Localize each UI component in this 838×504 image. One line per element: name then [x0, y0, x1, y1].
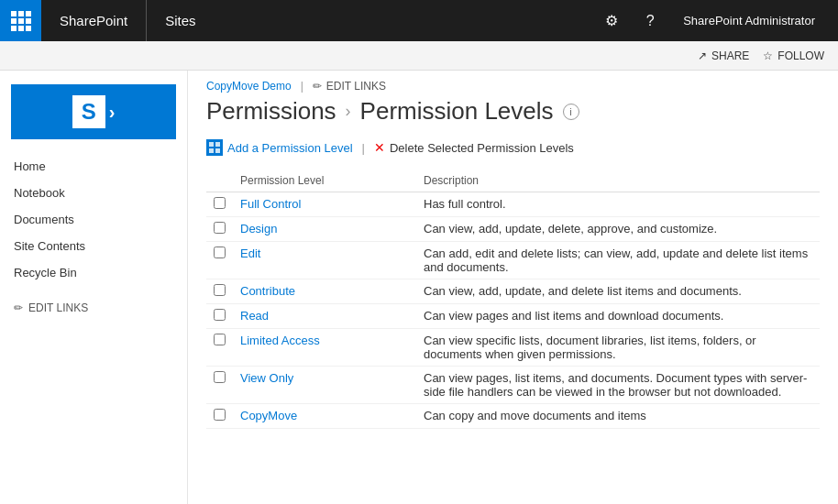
add-permission-label: Add a Permission Level: [227, 141, 353, 155]
main-content: CopyMove Demo | ✏ EDIT LINKS Permissions…: [188, 71, 838, 504]
content-edit-links[interactable]: ✏ EDIT LINKS: [313, 80, 386, 93]
waffle-icon: [11, 11, 31, 31]
permission-level-link[interactable]: Edit: [240, 247, 260, 260]
permissions-toolbar: Add a Permission Level | ✕ Delete Select…: [206, 139, 820, 156]
sidebar-item-documents[interactable]: Documents: [0, 206, 187, 233]
help-icon[interactable]: ?: [635, 6, 665, 36]
row-checkbox-7[interactable]: [214, 409, 226, 421]
permission-level-link[interactable]: CopyMove: [240, 409, 297, 422]
description-header: Description: [416, 170, 820, 192]
sidebar-item-site-contents[interactable]: Site Contents: [0, 233, 187, 259]
sharepoint-logo: S ›: [72, 95, 116, 128]
permission-description: Can view specific lists, document librar…: [416, 329, 820, 367]
svg-rect-1: [215, 142, 220, 147]
permission-level-link[interactable]: Design: [240, 222, 277, 236]
table-row: Limited AccessCan view specific lists, d…: [206, 329, 820, 367]
share-icon: ↗: [698, 49, 707, 62]
permission-description: Can view, add, update, and delete list i…: [416, 279, 820, 304]
permission-level-link[interactable]: Full Control: [240, 197, 301, 211]
table-header: Permission Level Description: [206, 170, 820, 192]
sidebar-edit-links[interactable]: ✏ EDIT LINKS: [0, 295, 187, 321]
table-row: View OnlyCan view pages, list items, and…: [206, 367, 820, 404]
table-row: ReadCan view pages and list items and do…: [206, 304, 820, 329]
permissions-table: Permission Level Description Full Contro…: [206, 170, 820, 429]
settings-icon[interactable]: ⚙: [597, 6, 626, 36]
user-menu[interactable]: SharePoint Administrator: [674, 14, 824, 27]
info-icon[interactable]: i: [563, 104, 579, 120]
permission-level-link[interactable]: Limited Access: [240, 334, 320, 347]
follow-button[interactable]: ☆ FOLLOW: [763, 49, 824, 62]
main-layout: S › HomeNotebookDocumentsSite ContentsRe…: [0, 71, 838, 504]
share-button[interactable]: ↗ SHARE: [698, 49, 749, 62]
svg-rect-0: [209, 142, 214, 147]
toolbar-separator: |: [362, 141, 365, 155]
edit-links-label: EDIT LINKS: [28, 301, 88, 314]
row-checkbox-3[interactable]: [214, 284, 226, 296]
sidebar-item-home[interactable]: Home: [0, 153, 187, 180]
table-row: DesignCan view, add, update, delete, app…: [206, 217, 820, 242]
breadcrumb: CopyMove Demo | ✏ EDIT LINKS: [206, 71, 820, 97]
share-label: SHARE: [711, 49, 749, 62]
star-icon: ☆: [763, 49, 773, 62]
permission-description: Can add, edit and delete lists; can view…: [416, 242, 820, 279]
permission-description: Can copy and move documents and items: [416, 404, 820, 429]
table-row: EditCan add, edit and delete lists; can …: [206, 242, 820, 279]
permission-description: Can view pages, list items, and document…: [416, 367, 820, 404]
checkbox-header: [206, 170, 233, 192]
permission-description: Can view pages and list items and downlo…: [416, 304, 820, 329]
delete-icon: ✕: [374, 140, 385, 155]
add-permission-level-button[interactable]: Add a Permission Level: [206, 139, 353, 156]
svg-rect-3: [215, 148, 220, 153]
row-checkbox-4[interactable]: [214, 309, 226, 321]
logo-letter: S: [72, 95, 105, 128]
title-permission-levels: Permission Levels: [360, 97, 554, 126]
top-nav-right: ⚙ ? SharePoint Administrator: [597, 6, 838, 36]
delete-permission-label: Delete Selected Permission Levels: [390, 141, 574, 155]
permission-level-link[interactable]: Read: [240, 309, 269, 323]
pencil-icon-2: ✏: [313, 80, 322, 93]
page-title: Permissions › Permission Levels i: [206, 97, 820, 126]
row-checkbox-5[interactable]: [214, 334, 226, 345]
table-row: CopyMoveCan copy and move documents and …: [206, 404, 820, 429]
app-title: SharePoint: [41, 0, 147, 41]
breadcrumb-separator: |: [301, 80, 303, 93]
permission-description: Has full control.: [416, 192, 820, 217]
sidebar-item-notebook[interactable]: Notebook: [0, 180, 187, 206]
sidebar-navigation: HomeNotebookDocumentsSite ContentsRecycl…: [0, 153, 187, 286]
site-logo: S ›: [11, 84, 176, 139]
sites-link[interactable]: Sites: [147, 0, 597, 41]
sub-navigation: ↗ SHARE ☆ FOLLOW: [0, 41, 838, 71]
title-permissions: Permissions: [206, 97, 336, 126]
logo-arrow: ›: [109, 102, 116, 123]
row-checkbox-0[interactable]: [214, 197, 226, 209]
permission-description: Can view, add, update, delete, approve, …: [416, 217, 820, 242]
top-navigation: SharePoint Sites ⚙ ? SharePoint Administ…: [0, 0, 838, 41]
table-icon: [209, 142, 220, 153]
permission-level-link[interactable]: View Only: [240, 371, 293, 385]
row-checkbox-2[interactable]: [214, 247, 226, 258]
sidebar-item-recycle-bin[interactable]: Recycle Bin: [0, 259, 187, 286]
follow-label: FOLLOW: [777, 49, 824, 62]
delete-permission-levels-button[interactable]: ✕ Delete Selected Permission Levels: [374, 140, 574, 155]
waffle-menu[interactable]: [0, 0, 41, 41]
table-row: Full ControlHas full control.: [206, 192, 820, 217]
permission-level-link[interactable]: Contribute: [240, 284, 295, 298]
permission-level-header: Permission Level: [233, 170, 416, 192]
edit-links-label-2: EDIT LINKS: [326, 80, 386, 93]
sidebar: S › HomeNotebookDocumentsSite ContentsRe…: [0, 71, 188, 504]
pencil-icon: ✏: [14, 301, 23, 314]
table-row: ContributeCan view, add, update, and del…: [206, 279, 820, 304]
add-icon: [206, 139, 223, 156]
row-checkbox-1[interactable]: [214, 222, 226, 234]
row-checkbox-6[interactable]: [214, 371, 226, 383]
svg-rect-2: [209, 148, 214, 153]
breadcrumb-site-link[interactable]: CopyMove Demo: [206, 80, 292, 93]
title-arrow: ›: [346, 102, 351, 121]
table-body: Full ControlHas full control.DesignCan v…: [206, 192, 820, 429]
